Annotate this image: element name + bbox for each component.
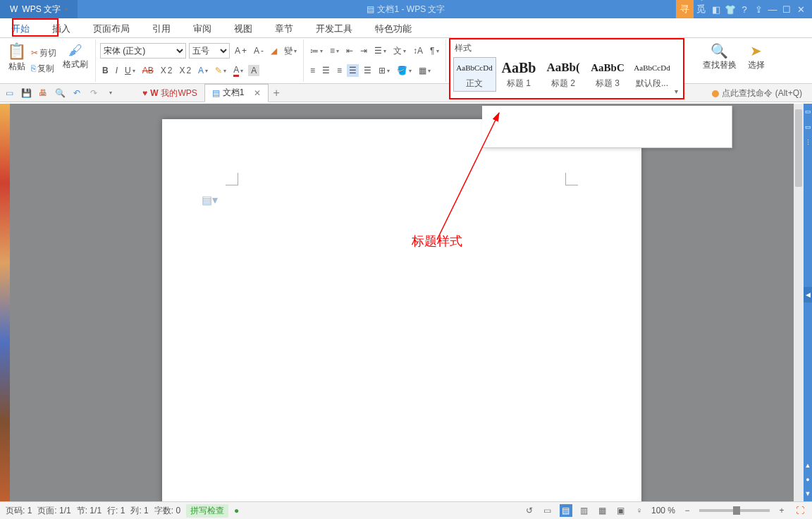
align-justify-button[interactable]: ☰ bbox=[347, 64, 359, 77]
align-right-button[interactable]: ≡ bbox=[335, 64, 344, 77]
tab-view[interactable]: 视图 bbox=[223, 18, 264, 37]
tab-special[interactable]: 特色功能 bbox=[364, 18, 423, 37]
status-page-no[interactable]: 页码: 1 bbox=[6, 505, 32, 517]
select-button[interactable]: ➤ 选择 bbox=[742, 39, 770, 82]
tab-devtools[interactable]: 开发工具 bbox=[304, 18, 364, 37]
indent-button[interactable]: ⇥ bbox=[358, 44, 369, 57]
phonetic-button[interactable]: 變▾ bbox=[282, 44, 299, 59]
italic-button[interactable]: I bbox=[113, 64, 120, 77]
style-default-paragraph[interactable]: AaBbCcDd 默认段... bbox=[631, 57, 674, 92]
help-icon[interactable]: ? bbox=[739, 4, 750, 15]
outdent-button[interactable]: ⇤ bbox=[344, 44, 355, 57]
tab-reference[interactable]: 引用 bbox=[141, 18, 182, 37]
redo-icon[interactable]: ↷ bbox=[87, 87, 100, 99]
sidebar-down-icon[interactable]: ▼ bbox=[804, 486, 812, 501]
style-heading2[interactable]: AaBb( 标题 2 bbox=[542, 57, 585, 92]
find-replace-button[interactable]: 🔍 查找替换 bbox=[697, 39, 742, 82]
styles-expand-icon[interactable]: ▾ bbox=[672, 87, 682, 95]
style-heading3[interactable]: AaBbC 标题 3 bbox=[586, 57, 629, 92]
tab-close-icon[interactable]: ✕ bbox=[254, 88, 261, 98]
zoom-in-icon[interactable]: + bbox=[775, 504, 788, 517]
zoom-level[interactable]: 100 % bbox=[651, 506, 675, 515]
underline-button[interactable]: U▾ bbox=[123, 64, 137, 77]
strike-button[interactable]: AB bbox=[140, 64, 156, 77]
view-marker-icon[interactable]: ♀ bbox=[633, 504, 646, 517]
tab-review[interactable]: 审阅 bbox=[182, 18, 223, 37]
status-spellcheck[interactable]: 拼写检查 bbox=[186, 504, 228, 518]
grow-font-button[interactable]: A+ bbox=[233, 44, 249, 57]
status-section[interactable]: 节: 1/1 bbox=[77, 505, 102, 517]
vertical-scrollbar[interactable] bbox=[794, 104, 804, 501]
sidebar-collapse-icon[interactable]: ◀ bbox=[804, 287, 812, 303]
sidebar-up-icon[interactable]: ▲ bbox=[804, 458, 812, 473]
search-button[interactable]: 寻 bbox=[676, 0, 694, 18]
subscript-button[interactable]: X2 bbox=[177, 64, 193, 77]
qat-more-icon[interactable]: ▾ bbox=[104, 87, 117, 99]
clear-format-button[interactable]: ◢ bbox=[269, 44, 279, 57]
print-icon[interactable]: 🖶 bbox=[37, 87, 49, 99]
tab-start[interactable]: 开始 bbox=[0, 18, 41, 37]
sidebar-tool-1[interactable]: ▭ bbox=[804, 104, 812, 119]
close-icon[interactable]: ✕ bbox=[795, 4, 806, 15]
show-marks-button[interactable]: ¶▾ bbox=[428, 44, 441, 57]
tab-section[interactable]: 章节 bbox=[264, 18, 304, 37]
bullets-button[interactable]: ≔▾ bbox=[308, 44, 325, 57]
command-search[interactable]: 点此查找命令 (Alt+Q) bbox=[712, 87, 802, 99]
upload-icon[interactable]: ⇪ bbox=[753, 4, 764, 15]
borders-button[interactable]: ▦▾ bbox=[417, 64, 433, 77]
zoom-out-icon[interactable]: − bbox=[681, 504, 694, 517]
status-line[interactable]: 行: 1 bbox=[107, 505, 125, 517]
zoom-slider[interactable] bbox=[699, 509, 770, 512]
tab-insert[interactable]: 插入 bbox=[41, 18, 82, 37]
print-preview-icon[interactable]: 🔍 bbox=[54, 87, 66, 99]
shrink-font-button[interactable]: A- bbox=[252, 44, 266, 57]
tab-add-button[interactable]: + bbox=[269, 87, 283, 99]
app-tab[interactable]: W WPS 文字 ▾ bbox=[0, 0, 78, 18]
line-spacing-button[interactable]: ☰▾ bbox=[372, 44, 388, 57]
numbering-button[interactable]: ≡▾ bbox=[328, 44, 341, 57]
char-shading-button[interactable]: A bbox=[248, 65, 259, 76]
zoom-thumb[interactable] bbox=[733, 506, 740, 515]
skin-icon[interactable]: ◧ bbox=[710, 4, 722, 15]
sidebar-dot-icon[interactable]: ● bbox=[804, 472, 812, 487]
status-words[interactable]: 字数: 0 bbox=[154, 505, 180, 517]
cut-button[interactable]: ✂剪切 bbox=[29, 46, 59, 61]
tab-pagelayout[interactable]: 页面布局 bbox=[82, 18, 141, 37]
save-icon[interactable]: 💾 bbox=[20, 87, 32, 99]
sidebar-tool-2[interactable]: ▭ bbox=[804, 119, 812, 135]
size-select[interactable]: 五号 bbox=[189, 43, 230, 59]
text-effects-button[interactable]: A▾ bbox=[196, 64, 210, 77]
copy-button[interactable]: ⎘复制 bbox=[29, 61, 59, 76]
new-icon[interactable]: ▭ bbox=[3, 87, 16, 99]
highlight-button[interactable]: ✎▾ bbox=[213, 64, 228, 77]
style-heading1[interactable]: AaBb 标题 1 bbox=[498, 57, 541, 92]
view-web-icon[interactable]: ▦ bbox=[596, 504, 609, 517]
page[interactable]: ▤▾ bbox=[162, 119, 641, 501]
tab-stops-button[interactable]: ⊞▾ bbox=[376, 64, 392, 77]
align-center-button[interactable]: ☰ bbox=[320, 64, 332, 77]
bold-button[interactable]: B bbox=[100, 64, 111, 77]
status-page-count[interactable]: 页面: 1/1 bbox=[37, 505, 70, 517]
view-outline-icon[interactable]: ▥ bbox=[578, 504, 591, 517]
align-distribute-button[interactable]: ☰ bbox=[362, 64, 374, 77]
maximize-icon[interactable]: ☐ bbox=[781, 4, 792, 15]
text-direction-button[interactable]: 文▾ bbox=[391, 44, 408, 59]
undo-icon[interactable]: ↶ bbox=[70, 87, 83, 99]
view-read-icon[interactable]: ▣ bbox=[615, 504, 627, 517]
scrollbar-thumb[interactable] bbox=[795, 109, 802, 187]
history-icon[interactable]: ↺ bbox=[523, 504, 536, 517]
tshirt-icon[interactable]: 👕 bbox=[725, 4, 736, 15]
paste-button[interactable]: 📋 粘贴 bbox=[4, 41, 29, 80]
tab-my-wps[interactable]: ♥ W 我的WPS bbox=[135, 84, 204, 102]
status-col[interactable]: 列: 1 bbox=[130, 505, 148, 517]
font-color-button[interactable]: A▾ bbox=[231, 63, 245, 78]
shading-button[interactable]: 🪣▾ bbox=[395, 64, 414, 77]
fullscreen-icon[interactable]: ⛶ bbox=[794, 504, 806, 517]
align-left-button[interactable]: ≡ bbox=[308, 64, 317, 77]
tab-document1[interactable]: ▤ 文档1 ✕ bbox=[204, 84, 269, 102]
sidebar-tool-3[interactable]: ⋮ bbox=[804, 135, 812, 150]
font-select[interactable]: 宋体 (正文) bbox=[100, 43, 186, 59]
minimize-icon[interactable]: — bbox=[767, 4, 778, 15]
view-page-icon[interactable]: ▤ bbox=[560, 504, 572, 517]
format-painter-button[interactable]: 🖌 格式刷 bbox=[60, 41, 91, 80]
